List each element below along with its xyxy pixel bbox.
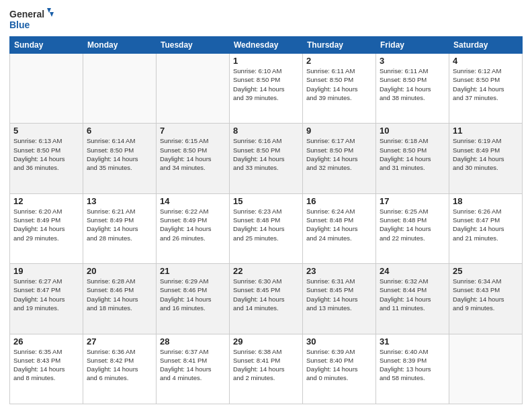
- day-number: 19: [13, 266, 79, 276]
- day-info: Sunrise: 6:11 AM Sunset: 8:50 PM Dayligh…: [306, 66, 372, 102]
- calendar-day-cell: 22Sunrise: 6:30 AM Sunset: 8:45 PM Dayli…: [230, 264, 303, 334]
- day-number: 24: [380, 266, 445, 276]
- calendar-body: 1Sunrise: 6:10 AM Sunset: 8:50 PM Daylig…: [10, 54, 523, 404]
- weekday-header-cell: Sunday: [10, 37, 83, 54]
- svg-text:Blue: Blue: [9, 19, 30, 30]
- logo: General Blue: [9, 7, 56, 32]
- calendar-day-cell: 28Sunrise: 6:37 AM Sunset: 8:41 PM Dayli…: [157, 334, 230, 404]
- calendar-day-cell: 17Sunrise: 6:25 AM Sunset: 8:48 PM Dayli…: [376, 193, 449, 263]
- calendar-day-cell: 19Sunrise: 6:27 AM Sunset: 8:47 PM Dayli…: [10, 264, 83, 334]
- day-info: Sunrise: 6:37 AM Sunset: 8:41 PM Dayligh…: [160, 347, 226, 383]
- day-number: 23: [306, 266, 372, 276]
- logo-svg: General Blue: [9, 7, 56, 32]
- day-info: Sunrise: 6:21 AM Sunset: 8:49 PM Dayligh…: [87, 207, 152, 242]
- day-number: 15: [233, 196, 299, 206]
- day-info: Sunrise: 6:27 AM Sunset: 8:47 PM Dayligh…: [13, 277, 79, 312]
- calendar-day-cell: [10, 54, 83, 124]
- day-info: Sunrise: 6:14 AM Sunset: 8:50 PM Dayligh…: [87, 136, 152, 172]
- day-number: 4: [453, 56, 519, 66]
- calendar-day-cell: 8Sunrise: 6:16 AM Sunset: 8:50 PM Daylig…: [230, 124, 303, 193]
- day-info: Sunrise: 6:24 AM Sunset: 8:48 PM Dayligh…: [306, 207, 372, 242]
- calendar-day-cell: 13Sunrise: 6:21 AM Sunset: 8:49 PM Dayli…: [83, 193, 157, 263]
- day-info: Sunrise: 6:31 AM Sunset: 8:45 PM Dayligh…: [306, 277, 372, 312]
- day-info: Sunrise: 6:16 AM Sunset: 8:50 PM Dayligh…: [233, 136, 299, 172]
- day-info: Sunrise: 6:34 AM Sunset: 8:43 PM Dayligh…: [453, 277, 519, 312]
- day-number: 22: [233, 266, 299, 276]
- day-info: Sunrise: 6:25 AM Sunset: 8:48 PM Dayligh…: [380, 207, 445, 242]
- weekday-header-cell: Saturday: [449, 37, 523, 54]
- calendar-day-cell: 27Sunrise: 6:36 AM Sunset: 8:42 PM Dayli…: [83, 334, 157, 404]
- svg-marker-3: [50, 12, 54, 17]
- day-info: Sunrise: 6:19 AM Sunset: 8:49 PM Dayligh…: [453, 136, 519, 172]
- calendar-day-cell: 29Sunrise: 6:38 AM Sunset: 8:41 PM Dayli…: [230, 334, 303, 404]
- day-info: Sunrise: 6:39 AM Sunset: 8:40 PM Dayligh…: [306, 347, 372, 383]
- calendar-day-cell: 18Sunrise: 6:26 AM Sunset: 8:47 PM Dayli…: [449, 193, 523, 263]
- day-info: Sunrise: 6:13 AM Sunset: 8:50 PM Dayligh…: [13, 136, 79, 172]
- calendar-day-cell: 10Sunrise: 6:18 AM Sunset: 8:50 PM Dayli…: [376, 124, 449, 193]
- day-number: 13: [87, 196, 152, 206]
- weekday-header-cell: Thursday: [303, 37, 376, 54]
- day-info: Sunrise: 6:20 AM Sunset: 8:49 PM Dayligh…: [13, 207, 79, 242]
- calendar-day-cell: 24Sunrise: 6:32 AM Sunset: 8:44 PM Dayli…: [376, 264, 449, 334]
- calendar-week-row: 26Sunrise: 6:35 AM Sunset: 8:43 PM Dayli…: [10, 334, 523, 404]
- day-info: Sunrise: 6:28 AM Sunset: 8:46 PM Dayligh…: [87, 277, 152, 312]
- calendar-day-cell: 16Sunrise: 6:24 AM Sunset: 8:48 PM Dayli…: [303, 193, 376, 263]
- day-number: 16: [306, 196, 372, 206]
- day-number: 9: [306, 126, 372, 136]
- calendar-day-cell: 5Sunrise: 6:13 AM Sunset: 8:50 PM Daylig…: [10, 124, 83, 193]
- day-number: 20: [87, 266, 152, 276]
- calendar-week-row: 12Sunrise: 6:20 AM Sunset: 8:49 PM Dayli…: [10, 193, 523, 263]
- day-number: 26: [13, 336, 79, 347]
- day-info: Sunrise: 6:23 AM Sunset: 8:48 PM Dayligh…: [233, 207, 299, 242]
- day-number: 5: [13, 126, 79, 136]
- calendar-day-cell: 21Sunrise: 6:29 AM Sunset: 8:46 PM Dayli…: [157, 264, 230, 334]
- calendar-day-cell: 3Sunrise: 6:11 AM Sunset: 8:50 PM Daylig…: [376, 54, 449, 124]
- day-number: 11: [453, 126, 519, 136]
- day-info: Sunrise: 6:36 AM Sunset: 8:42 PM Dayligh…: [87, 347, 152, 383]
- calendar-day-cell: 23Sunrise: 6:31 AM Sunset: 8:45 PM Dayli…: [303, 264, 376, 334]
- day-info: Sunrise: 6:11 AM Sunset: 8:50 PM Dayligh…: [380, 66, 445, 102]
- day-number: 8: [233, 126, 299, 136]
- calendar-day-cell: 26Sunrise: 6:35 AM Sunset: 8:43 PM Dayli…: [10, 334, 83, 404]
- weekday-header-cell: Tuesday: [157, 37, 230, 54]
- day-number: 10: [380, 126, 445, 136]
- calendar-day-cell: 4Sunrise: 6:12 AM Sunset: 8:50 PM Daylig…: [449, 54, 523, 124]
- day-info: Sunrise: 6:12 AM Sunset: 8:50 PM Dayligh…: [453, 66, 519, 102]
- day-info: Sunrise: 6:17 AM Sunset: 8:50 PM Dayligh…: [306, 136, 372, 172]
- day-info: Sunrise: 6:10 AM Sunset: 8:50 PM Dayligh…: [233, 66, 299, 102]
- calendar-day-cell: 31Sunrise: 6:40 AM Sunset: 8:39 PM Dayli…: [376, 334, 449, 404]
- day-number: 21: [160, 266, 226, 276]
- day-number: 25: [453, 266, 519, 276]
- day-info: Sunrise: 6:30 AM Sunset: 8:45 PM Dayligh…: [233, 277, 299, 312]
- day-number: 28: [160, 336, 226, 347]
- day-number: 2: [306, 56, 372, 66]
- day-number: 17: [380, 196, 445, 206]
- calendar-day-cell: [449, 334, 523, 404]
- page-header: General Blue: [9, 7, 523, 32]
- day-number: 18: [453, 196, 519, 206]
- calendar-day-cell: 14Sunrise: 6:22 AM Sunset: 8:49 PM Dayli…: [157, 193, 230, 263]
- calendar-day-cell: 7Sunrise: 6:15 AM Sunset: 8:50 PM Daylig…: [157, 124, 230, 193]
- day-number: 27: [87, 336, 152, 347]
- svg-marker-2: [47, 8, 51, 13]
- calendar-day-cell: [157, 54, 230, 124]
- day-number: 30: [306, 336, 372, 347]
- calendar-day-cell: 9Sunrise: 6:17 AM Sunset: 8:50 PM Daylig…: [303, 124, 376, 193]
- svg-text:General: General: [9, 9, 44, 19]
- calendar-day-cell: 11Sunrise: 6:19 AM Sunset: 8:49 PM Dayli…: [449, 124, 523, 193]
- calendar-day-cell: 6Sunrise: 6:14 AM Sunset: 8:50 PM Daylig…: [83, 124, 157, 193]
- day-info: Sunrise: 6:29 AM Sunset: 8:46 PM Dayligh…: [160, 277, 226, 312]
- weekday-header-cell: Monday: [83, 37, 157, 54]
- calendar-day-cell: 12Sunrise: 6:20 AM Sunset: 8:49 PM Dayli…: [10, 193, 83, 263]
- day-number: 3: [380, 56, 445, 66]
- calendar-day-cell: 1Sunrise: 6:10 AM Sunset: 8:50 PM Daylig…: [230, 54, 303, 124]
- calendar-day-cell: 15Sunrise: 6:23 AM Sunset: 8:48 PM Dayli…: [230, 193, 303, 263]
- day-info: Sunrise: 6:32 AM Sunset: 8:44 PM Dayligh…: [380, 277, 445, 312]
- weekday-header-cell: Friday: [376, 37, 449, 54]
- weekday-header-cell: Wednesday: [230, 37, 303, 54]
- day-number: 7: [160, 126, 226, 136]
- day-info: Sunrise: 6:26 AM Sunset: 8:47 PM Dayligh…: [453, 207, 519, 242]
- calendar-day-cell: 30Sunrise: 6:39 AM Sunset: 8:40 PM Dayli…: [303, 334, 376, 404]
- day-number: 6: [87, 126, 152, 136]
- weekday-header-row: SundayMondayTuesdayWednesdayThursdayFrid…: [10, 37, 523, 54]
